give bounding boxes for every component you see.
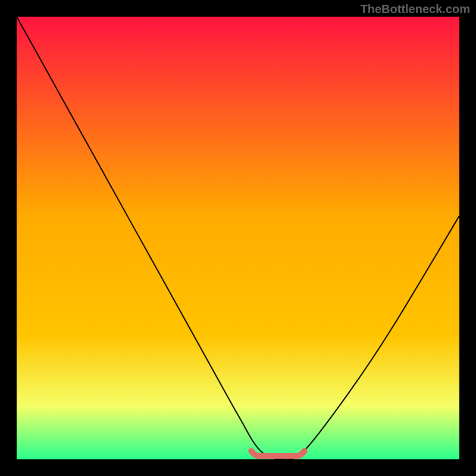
chart-frame: TheBottleneck.com	[0, 0, 476, 476]
attribution-text: TheBottleneck.com	[361, 2, 470, 16]
gradient-background	[17, 17, 459, 459]
chart-svg	[17, 17, 459, 459]
plot-area	[17, 17, 459, 459]
